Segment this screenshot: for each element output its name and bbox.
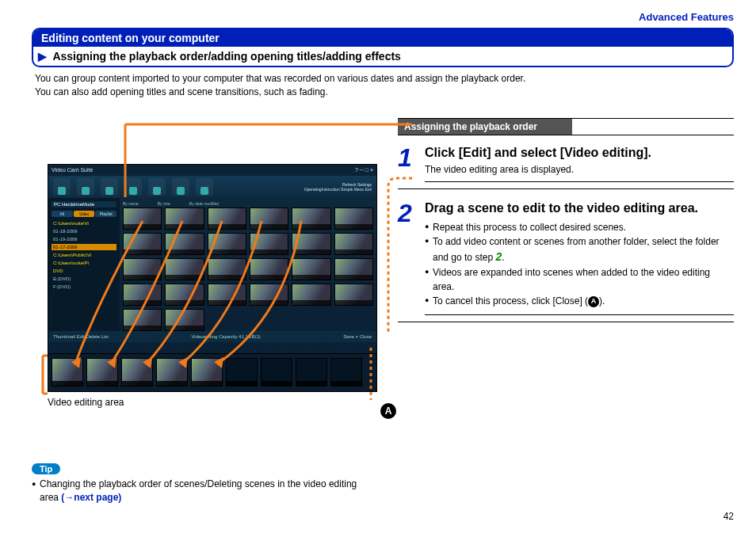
bullet-text: . bbox=[502, 252, 504, 263]
step1-sub: The video editing area is displayed. bbox=[425, 164, 734, 175]
thumb bbox=[292, 233, 330, 255]
thumb bbox=[123, 207, 162, 230]
sidebar-head: PC HarddriveMode bbox=[52, 201, 116, 207]
grid-head: By size bbox=[158, 201, 170, 206]
step1-title: Click [Edit] and select [Video editing]. bbox=[425, 145, 734, 162]
strip-empty bbox=[261, 358, 292, 386]
thumb bbox=[123, 284, 162, 306]
step2-bullets: Repeat this process to collect desired s… bbox=[425, 220, 734, 308]
side-tab: Playlist bbox=[95, 211, 116, 217]
strip-empty bbox=[226, 358, 258, 386]
thumb bbox=[165, 309, 204, 331]
section-bar-title: Assigning the playback order bbox=[398, 119, 572, 135]
divider bbox=[425, 181, 734, 182]
step-2: 2 Drag a scene to edit to the video edit… bbox=[398, 200, 734, 308]
app-titlebar: Video Cam Suite ? ─ □ × bbox=[48, 165, 376, 176]
thumb bbox=[292, 284, 330, 306]
status-mid: Videoediting Capacity 41.1GB(1) bbox=[191, 334, 260, 339]
title-bar: Editing content on your computer bbox=[33, 29, 732, 47]
step2-number: 2 bbox=[398, 200, 417, 308]
thumb bbox=[208, 284, 246, 306]
side-item: E:(DVD) bbox=[52, 276, 116, 282]
thumb-grid bbox=[123, 207, 373, 331]
thumb bbox=[292, 207, 330, 230]
thumb bbox=[250, 284, 288, 306]
side-item: DVD bbox=[52, 268, 116, 274]
title-box: Editing content on your computer ▶ Assig… bbox=[32, 28, 734, 67]
divider bbox=[398, 188, 734, 189]
bullet: To add video content or scenes from anot… bbox=[425, 234, 734, 265]
side-tab: Video bbox=[74, 211, 95, 217]
side-item: 01-17-2009 bbox=[52, 244, 116, 250]
thumb bbox=[334, 258, 373, 280]
side-item: 01-18-2009 bbox=[52, 228, 116, 234]
thumb bbox=[292, 258, 330, 280]
side-tab: All bbox=[52, 211, 73, 217]
thumb bbox=[165, 284, 204, 306]
strip-empty bbox=[296, 358, 327, 386]
subtitle-arrow-icon: ▶ bbox=[38, 50, 47, 63]
intro-line2: You can also add opening titles and scen… bbox=[35, 86, 734, 99]
side-item: C:\Users\noite\Vi bbox=[52, 220, 116, 227]
thumb bbox=[208, 207, 246, 230]
thumb-area: By name By size By date modified bbox=[120, 198, 376, 331]
toolbar-icon bbox=[172, 178, 189, 196]
thumb bbox=[123, 309, 162, 331]
thumb bbox=[334, 233, 373, 255]
inline-a-icon: A bbox=[588, 296, 599, 307]
divider bbox=[425, 314, 734, 315]
strip-thumb bbox=[156, 358, 188, 386]
intro-line1: You can group content imported to your c… bbox=[35, 72, 734, 86]
thumb bbox=[165, 258, 204, 280]
toolbar-icon bbox=[77, 178, 94, 196]
grid-head: By date modified bbox=[189, 201, 219, 206]
page-number: 42 bbox=[724, 511, 734, 522]
video-editing-area-label: Video editing area bbox=[48, 397, 380, 408]
toolbar-icon bbox=[53, 178, 71, 196]
app-title: Video Cam Suite bbox=[52, 167, 93, 173]
side-item: F:(DVD) bbox=[52, 284, 116, 290]
subtitle: ▶ Assigning the playback order/adding op… bbox=[33, 47, 732, 66]
side-item: C:\Users\Public\Vi bbox=[52, 252, 116, 258]
thumb bbox=[250, 233, 288, 255]
left-column: Video Cam Suite ? ─ □ × Refresh Settings… bbox=[32, 118, 380, 408]
tip-badge: Tip bbox=[32, 463, 60, 474]
bullet: Videos are expanded into scenes when add… bbox=[425, 265, 734, 294]
thumb bbox=[208, 233, 246, 255]
bullet: Repeat this process to collect desired s… bbox=[425, 220, 734, 234]
toolbar-icon bbox=[101, 178, 118, 196]
right-column: Assigning the playback order 1 Click [Ed… bbox=[398, 118, 734, 408]
header-section[interactable]: Advanced Features bbox=[32, 11, 734, 23]
tip: Tip Changing the playback order of scene… bbox=[32, 463, 372, 504]
toolbar-icon bbox=[196, 178, 213, 196]
bullet: To cancel this process, click [Close] (A… bbox=[425, 294, 734, 308]
bullet-text: To cancel this process, click [Close] ( bbox=[433, 295, 588, 306]
thumb bbox=[165, 207, 204, 230]
step1-number: 1 bbox=[398, 145, 417, 176]
side-item: C:\Users\noite\Pi bbox=[52, 260, 116, 266]
strip-empty bbox=[330, 358, 362, 386]
subtitle-text: Assigning the playback order/adding open… bbox=[52, 50, 401, 63]
side-item: 01-19-2009 bbox=[52, 236, 116, 242]
thumb bbox=[123, 258, 162, 280]
thumb bbox=[334, 284, 373, 306]
status-right: Save × Close bbox=[343, 334, 372, 339]
window-controls: ? ─ □ × bbox=[355, 167, 373, 173]
thumb bbox=[334, 207, 373, 230]
divider bbox=[398, 322, 734, 322]
app-toolbar: Refresh Settings OperatingInstruction Si… bbox=[48, 176, 376, 198]
tip-link[interactable]: (→next page) bbox=[61, 492, 121, 503]
app-screenshot: Video Cam Suite ? ─ □ × Refresh Settings… bbox=[48, 164, 377, 354]
intro-text: You can group content imported to your c… bbox=[35, 72, 734, 99]
grid-head: By name bbox=[123, 201, 139, 206]
thumb bbox=[208, 258, 246, 280]
toolbar-icon bbox=[148, 178, 166, 196]
strip-thumb bbox=[191, 358, 223, 386]
bullet-text: To add video content or scenes from anot… bbox=[433, 236, 720, 263]
app-opinst: OperatingInstruction Simple Menu Exit bbox=[304, 187, 372, 192]
editing-strip bbox=[48, 354, 377, 392]
thumb bbox=[250, 207, 288, 230]
marker-a-icon: A bbox=[380, 403, 396, 419]
bullet-text: ). bbox=[599, 295, 605, 306]
step2-title: Drag a scene to edit to the video editin… bbox=[425, 200, 734, 217]
